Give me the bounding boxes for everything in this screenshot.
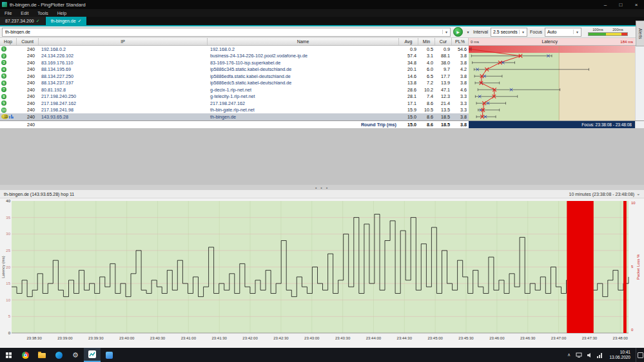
start-button[interactable] [0, 348, 17, 362]
taskbar-settings[interactable]: ⚙ [67, 348, 84, 362]
alerts-side-tab[interactable]: Alerts [636, 21, 644, 46]
maximize-button[interactable]: □ [613, 0, 629, 9]
cell-min: 7.4 [418, 93, 435, 100]
svg-text:23:43:00: 23:43:00 [304, 336, 320, 340]
cell-cur: 12.3 [435, 93, 452, 100]
notification-center-button[interactable] [636, 348, 644, 362]
latency-cell [469, 86, 635, 93]
clock-time: 10:41 [620, 350, 630, 355]
timeline-range-label: 10 minutes (23:38:08 - 23:48:08) [569, 192, 635, 196]
table-row[interactable]: 11240143.93.65.28th-bingen.de15.08.618.5… [0, 113, 644, 120]
menu-tools[interactable]: Tools [33, 11, 52, 15]
monitor-icon[interactable] [574, 352, 583, 358]
target-combobox[interactable]: ▾ [2, 28, 451, 37]
network-icon[interactable] [595, 352, 604, 358]
speaker-icon[interactable] [585, 352, 594, 358]
right-rail[interactable] [635, 80, 644, 87]
right-rail[interactable] [635, 46, 644, 53]
col-ip[interactable]: IP [39, 38, 208, 45]
right-rail[interactable] [635, 113, 644, 120]
table-row[interactable]: 624088.134.237.197ip5886edc5.static.kabe… [0, 80, 644, 87]
pane-background [0, 128, 644, 186]
right-rail[interactable] [635, 107, 644, 114]
table-row[interactable]: 9240217.198.247.162217.198.247.16217.18.… [0, 100, 644, 107]
close-button[interactable]: × [629, 0, 644, 9]
target-input[interactable] [5, 29, 442, 35]
table-row[interactable]: 524088.134.227.250ip5886edfa.static.kabe… [0, 73, 644, 80]
right-rail[interactable] [635, 93, 644, 100]
cell-cur: 21.4 [435, 100, 452, 107]
tray-expand-icon[interactable]: ∧ [564, 352, 573, 357]
photos-icon [106, 352, 113, 359]
taskbar-chrome[interactable] [17, 348, 34, 362]
cell-count: 240 [17, 59, 39, 66]
cell-count: 240 [17, 53, 39, 60]
latency-timeline-chart[interactable]: 23:38:3023:39:0023:39:3023:40:0023:40:30… [0, 198, 644, 348]
play-button[interactable]: ▶ [453, 27, 463, 37]
chevron-down-icon[interactable]: ⌄ [636, 191, 640, 196]
table-row[interactable]: 324083.169.176.11083-169-176-110-isp.sup… [0, 59, 644, 66]
tab-label: 87.237.34.200 [5, 19, 34, 23]
menu-file[interactable]: File [0, 11, 16, 15]
table-row[interactable]: 10240217.198.241.98th-bin-gate.rlp-net.n… [0, 107, 644, 114]
graph-icon [9, 115, 14, 119]
right-rail[interactable] [635, 86, 644, 93]
menu-edit[interactable]: Edit [16, 11, 33, 15]
cell-min: 10.2 [418, 86, 435, 93]
cell-avg: 0.9 [399, 46, 418, 53]
cell-name: 83-169-176-110-isp.superkabel.de [208, 59, 399, 66]
taskbar-pingplotter[interactable] [84, 348, 101, 362]
minimize-button[interactable]: – [598, 0, 613, 9]
col-count[interactable]: Count [17, 38, 39, 45]
cell-min: 6.0 [418, 66, 435, 73]
summary-avg: 15.0 [399, 121, 418, 128]
taskbar-photos[interactable] [101, 348, 117, 362]
chevron-down-icon[interactable]: ▾ [519, 30, 527, 34]
focus-select[interactable]: Auto ▾ [545, 28, 581, 37]
col-min[interactable]: Min [418, 38, 435, 45]
chevron-down-icon[interactable]: ▾ [442, 30, 450, 34]
table-row[interactable]: 224024.134.226.102business-24-134-226-10… [0, 53, 644, 60]
cell-name: business-24-134-226-102.pool2.vodafone-i… [208, 53, 399, 60]
col-name[interactable]: Name [208, 38, 399, 45]
cell-name: 192.168.0.2 [208, 46, 399, 53]
cell-pl: 3.8 [452, 113, 469, 120]
cell-ip: 88.134.227.250 [39, 73, 208, 80]
play-dropdown-icon[interactable]: ▾ [465, 30, 471, 34]
cell-ip: 217.198.241.98 [39, 107, 208, 114]
taskbar-edge[interactable] [50, 348, 67, 362]
col-pl[interactable]: PL% [452, 38, 469, 45]
col-avg[interactable]: Avg [399, 38, 418, 45]
col-hop[interactable]: Hop [0, 38, 17, 45]
table-row[interactable]: 424088.134.195.69ip5886c345.static.kabel… [0, 66, 644, 73]
latency-cell [469, 73, 635, 80]
right-rail[interactable] [635, 59, 644, 66]
toolbar: ▾ ▶ ▾ Interval 2.5 seconds ▾ Focus Auto … [0, 26, 644, 38]
svg-text:23:41:30: 23:41:30 [212, 336, 228, 340]
timeline-range-select[interactable]: 10 minutes (23:38:08 - 23:48:08) ⌄ [569, 191, 640, 196]
cell-avg: 28.1 [399, 93, 418, 100]
taskbar-file-explorer[interactable] [34, 348, 50, 362]
cell-min: 8.6 [418, 113, 435, 120]
table-row[interactable]: 724080.81.192.8g-decix-1.rlp-net.net28.6… [0, 86, 644, 93]
svg-text:Latency (ms): Latency (ms) [1, 256, 5, 278]
tab-th-bingen.de[interactable]: th-bingen.de✓ [46, 17, 87, 25]
hop-badge: 7 [1, 87, 6, 92]
chevron-down-icon[interactable]: ▾ [573, 30, 581, 34]
taskbar-clock[interactable]: 10:41 13.06.2020 [605, 350, 634, 360]
cell-pl: 4.2 [452, 66, 469, 73]
right-rail[interactable] [635, 53, 644, 60]
right-rail[interactable] [635, 73, 644, 80]
right-rail[interactable] [635, 100, 644, 107]
pane-splitter[interactable]: • • • [0, 185, 644, 190]
table-row[interactable]: 8240217.198.240.250g-telecity-1.rlp-net.… [0, 93, 644, 100]
table-row[interactable]: 1240192.168.0.2192.168.0.20.90.50.954.6 [0, 46, 644, 53]
menu-help[interactable]: Help [53, 11, 71, 15]
interval-select[interactable]: 2.5 seconds ▾ [491, 28, 527, 37]
cell-count: 240 [17, 107, 39, 114]
right-rail[interactable] [635, 66, 644, 73]
cell-cur: 47.1 [435, 86, 452, 93]
col-cur[interactable]: Cur [435, 38, 452, 45]
tab-87.237.34.200[interactable]: 87.237.34.200✓ [0, 17, 45, 25]
legend-200ms: 200ms [612, 28, 623, 32]
